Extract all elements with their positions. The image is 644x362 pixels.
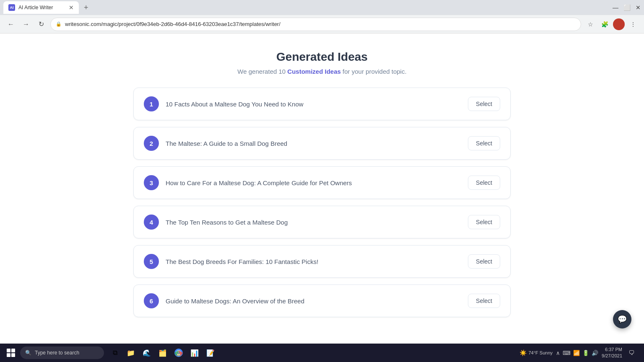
idea-number-2: 2 bbox=[144, 136, 159, 151]
profile-avatar[interactable] bbox=[613, 18, 625, 30]
close-button[interactable]: ✕ bbox=[636, 4, 641, 11]
office-button[interactable]: 📊 bbox=[187, 345, 202, 360]
notification-button[interactable]: 🗨 bbox=[626, 347, 637, 359]
page-subtitle: We generated 10 Customized Ideas for you… bbox=[8, 68, 636, 75]
clock-time: 6:37 PM bbox=[602, 346, 622, 353]
browser-frame: AI AI Article Writer ✕ + — ⬜ ✕ ← → ↻ 🔒 w… bbox=[0, 0, 644, 34]
idea-title-2: The Maltese: A Guide to a Small Dog Bree… bbox=[166, 140, 461, 147]
maximize-button[interactable]: ⬜ bbox=[623, 4, 631, 11]
select-button-3[interactable]: Select bbox=[468, 176, 500, 190]
tray-time[interactable]: 6:37 PM 9/27/2021 bbox=[602, 346, 622, 359]
bookmark-icon[interactable]: ☆ bbox=[584, 18, 596, 30]
extensions-icon[interactable]: 🧩 bbox=[599, 18, 610, 30]
idea-card-3: 3 How to Care For a Maltese Dog: A Compl… bbox=[133, 166, 511, 199]
select-button-1[interactable]: Select bbox=[468, 97, 500, 111]
tab-bar: AI AI Article Writer ✕ + bbox=[3, 1, 92, 14]
weather-icon: ☀️ bbox=[519, 349, 527, 356]
tab-favicon: AI bbox=[8, 4, 15, 11]
tab-title: AI Article Writer bbox=[18, 5, 65, 10]
search-placeholder: Type here to search bbox=[35, 350, 79, 356]
browser-toolbar: ← → ↻ 🔒 writesonic.com/magic/project/0f9… bbox=[0, 15, 644, 34]
refresh-button[interactable]: ↻ bbox=[35, 18, 47, 30]
idea-card-1: 1 10 Facts About a Maltese Dog You Need … bbox=[133, 88, 511, 120]
page-title: Generated Ideas bbox=[8, 50, 636, 64]
idea-card-5: 5 The Best Dog Breeds For Families: 10 F… bbox=[133, 245, 511, 278]
select-button-6[interactable]: Select bbox=[468, 294, 500, 308]
idea-card-2: 2 The Maltese: A Guide to a Small Dog Br… bbox=[133, 127, 511, 160]
idea-title-3: How to Care For a Maltese Dog: A Complet… bbox=[166, 179, 461, 186]
forward-button[interactable]: → bbox=[20, 18, 32, 30]
idea-title-6: Guide to Maltese Dogs: An Overview of th… bbox=[166, 297, 461, 305]
task-view-button[interactable]: ⧉ bbox=[107, 345, 122, 360]
address-bar[interactable]: 🔒 writesonic.com/magic/project/0f9e34eb-… bbox=[50, 18, 581, 31]
windows-icon bbox=[7, 349, 15, 357]
active-tab[interactable]: AI AI Article Writer ✕ bbox=[3, 1, 79, 14]
volume-icon[interactable]: 🔊 bbox=[592, 350, 598, 356]
idea-card-6: 6 Guide to Maltese Dogs: An Overview of … bbox=[133, 284, 511, 317]
select-button-2[interactable]: Select bbox=[468, 136, 500, 150]
taskbar-apps: ⧉ 📁 🌊 🗂️ 📊 📝 bbox=[107, 345, 218, 360]
subtitle-prefix: We generated 10 bbox=[237, 68, 287, 75]
word-button[interactable]: 📝 bbox=[203, 345, 218, 360]
idea-title-1: 10 Facts About a Maltese Dog You Need to… bbox=[166, 101, 461, 108]
chevron-up-icon[interactable]: ∧ bbox=[556, 350, 560, 356]
select-button-4[interactable]: Select bbox=[468, 215, 500, 229]
toolbar-actions: ☆ 🧩 ⋮ bbox=[584, 18, 639, 30]
chat-widget-button[interactable]: 💬 bbox=[613, 310, 631, 328]
tray-icons: ∧ ⌨ 📶 🔋 🔊 bbox=[556, 350, 598, 356]
taskbar-search-bar[interactable]: 🔍 Type here to search bbox=[20, 346, 104, 359]
weather-text: 74°F Sunny bbox=[528, 350, 553, 355]
subtitle-highlight: Customized Ideas bbox=[287, 68, 341, 75]
subtitle-suffix: for your provided topic. bbox=[341, 68, 407, 75]
file-explorer-button[interactable]: 📁 bbox=[123, 345, 138, 360]
menu-icon[interactable]: ⋮ bbox=[627, 18, 639, 30]
new-tab-button[interactable]: + bbox=[80, 2, 92, 14]
ideas-list: 1 10 Facts About a Maltese Dog You Need … bbox=[133, 88, 511, 317]
chrome-button[interactable] bbox=[171, 345, 186, 360]
tab-close-button[interactable]: ✕ bbox=[69, 5, 74, 10]
folder-button[interactable]: 🗂️ bbox=[155, 345, 170, 360]
taskbar: 🔍 Type here to search ⧉ 📁 🌊 🗂️ 📊 📝 ☀️ 74… bbox=[0, 344, 644, 362]
page-header: Generated Ideas We generated 10 Customiz… bbox=[8, 50, 636, 75]
browser-titlebar: AI AI Article Writer ✕ + — ⬜ ✕ bbox=[0, 0, 644, 15]
lock-icon: 🔒 bbox=[56, 21, 62, 27]
minimize-button[interactable]: — bbox=[613, 4, 618, 11]
idea-number-3: 3 bbox=[144, 175, 159, 190]
keyboard-icon: ⌨ bbox=[563, 350, 571, 356]
weather-info: ☀️ 74°F Sunny bbox=[519, 349, 553, 356]
window-controls: — ⬜ ✕ bbox=[613, 4, 641, 11]
start-button[interactable] bbox=[3, 345, 18, 360]
back-button[interactable]: ← bbox=[5, 18, 17, 30]
main-content: Generated Ideas We generated 10 Customiz… bbox=[0, 34, 644, 362]
select-button-5[interactable]: Select bbox=[468, 254, 500, 269]
idea-card-4: 4 The Top Ten Reasons to Get a Maltese D… bbox=[133, 206, 511, 238]
idea-number-4: 4 bbox=[144, 215, 159, 230]
edge-button[interactable]: 🌊 bbox=[139, 345, 154, 360]
profile-icon[interactable] bbox=[613, 18, 625, 30]
idea-number-5: 5 bbox=[144, 254, 159, 269]
chat-icon: 💬 bbox=[618, 315, 627, 324]
idea-title-4: The Top Ten Reasons to Get a Maltese Dog bbox=[166, 219, 461, 226]
search-icon: 🔍 bbox=[25, 350, 31, 356]
idea-title-5: The Best Dog Breeds For Families: 10 Fan… bbox=[166, 258, 461, 265]
idea-number-6: 6 bbox=[144, 293, 159, 308]
battery-icon[interactable]: 🔋 bbox=[582, 350, 589, 356]
url-text: writesonic.com/magic/project/0f9e34eb-2d… bbox=[65, 21, 280, 27]
network-icon[interactable]: 📶 bbox=[573, 350, 580, 356]
taskbar-tray: ☀️ 74°F Sunny ∧ ⌨ 📶 🔋 🔊 6:37 PM 9/27/202… bbox=[519, 346, 641, 359]
clock-date: 9/27/2021 bbox=[602, 353, 622, 359]
idea-number-1: 1 bbox=[144, 96, 159, 111]
